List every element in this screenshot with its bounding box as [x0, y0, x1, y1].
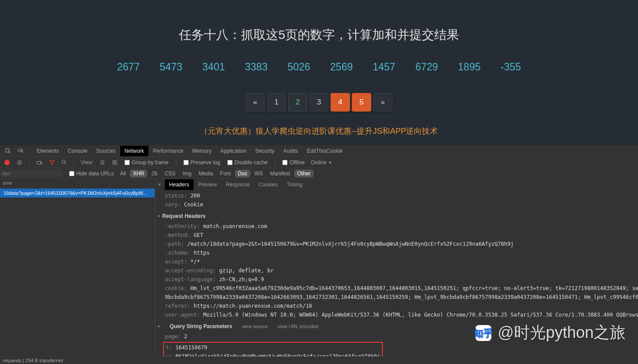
number-item: 5026	[288, 61, 310, 73]
page-3-button[interactable]: 3	[309, 93, 329, 112]
page-2-button[interactable]: 2	[288, 93, 307, 112]
headers-content: status: 200 vary: Cookie Request Headers…	[155, 190, 638, 356]
webpage-content: 任务十八：抓取这5页的数字，计算加和并提交结果 2677 5473 3401 3…	[0, 0, 638, 145]
number-item: 2677	[117, 61, 140, 73]
tab-memory[interactable]: Memory	[188, 146, 216, 156]
device-icon[interactable]	[17, 147, 24, 155]
filter-js[interactable]: JS	[148, 170, 160, 178]
page-prev-button[interactable]: «	[245, 93, 265, 112]
detail-tabbar: × Headers Preview Response Cookies Timin…	[155, 179, 638, 190]
number-item: 3401	[202, 61, 225, 73]
header-line: :path: /match/18data?page=2&t=1645150679…	[160, 240, 638, 248]
filter-manifest[interactable]: Manifest	[267, 170, 293, 178]
filter-all[interactable]: All	[117, 170, 129, 178]
tab-performance[interactable]: Performance	[148, 146, 188, 156]
record-button[interactable]	[4, 160, 10, 165]
svg-rect-14	[115, 163, 117, 164]
request-item[interactable]: 18data?page=2&t=1645150679&v=PK1M2nlvXjr…	[0, 189, 155, 197]
status-bar: requests | 294 B transferred	[0, 356, 638, 364]
task-title: 任务十八：抓取这5页的数字，计算加和并提交结果	[0, 27, 638, 43]
numbers-row: 2677 5473 3401 3383 5026 2569 1457 6729 …	[0, 61, 638, 73]
hide-data-urls-checkbox[interactable]: Hide data URLs	[69, 170, 114, 177]
filter-input[interactable]	[0, 170, 62, 177]
filter-icon[interactable]	[48, 159, 55, 166]
filter-media[interactable]: Media	[195, 170, 216, 178]
list-view-icon[interactable]	[99, 159, 106, 166]
number-item: 6729	[415, 61, 438, 73]
detail-tab-preview[interactable]: Preview	[194, 179, 222, 190]
devtools-panel: Elements Console Sources Network Perform…	[0, 145, 638, 364]
search-icon[interactable]	[61, 159, 68, 166]
header-line: referer: https://match.yuanrenxue.com/ma…	[160, 302, 638, 310]
filter-xhr[interactable]: XHR	[130, 170, 147, 178]
page-1-button[interactable]: 1	[267, 93, 286, 112]
filter-img[interactable]: Img	[179, 170, 195, 178]
promo-link[interactable]: （元宵大优惠）猿人学爬虫逆向进阶课优惠--提升JS和APP逆向技术	[0, 126, 638, 136]
query-string-section[interactable]: Query String Parameters view source view…	[158, 322, 638, 331]
tab-security[interactable]: Security	[251, 146, 279, 156]
request-detail-pane: × Headers Preview Response Cookies Timin…	[155, 179, 638, 356]
header-line: :method: GET	[160, 231, 638, 240]
page-4-button[interactable]: 4	[331, 93, 350, 112]
separator	[74, 159, 74, 166]
close-icon[interactable]: ×	[158, 181, 161, 188]
svg-rect-5	[37, 161, 41, 164]
filter-font[interactable]: Font	[217, 170, 234, 178]
header-line: accept-language: zh-CN,zh;q=0.9	[160, 275, 638, 284]
number-item: 1457	[373, 61, 395, 73]
number-item: 2569	[330, 61, 353, 73]
separator	[176, 159, 176, 166]
svg-line-7	[65, 163, 66, 164]
grid-view-icon[interactable]	[111, 159, 118, 166]
filter-doc[interactable]: Doc	[235, 170, 250, 178]
request-list-header: ame	[0, 179, 155, 189]
group-by-frame-checkbox[interactable]: Group by frame	[124, 159, 168, 166]
tab-console[interactable]: Console	[63, 146, 92, 156]
filter-ws[interactable]: WS	[251, 170, 266, 178]
tab-editthiscookie[interactable]: EditThisCookie	[303, 146, 347, 156]
header-line: cookie: Hm_lvt_c99546cf032aaa5a679230de9…	[160, 284, 638, 293]
separator	[29, 159, 30, 166]
header-line: accept: */*	[160, 257, 638, 266]
offline-checkbox[interactable]: Offline	[282, 159, 304, 166]
filter-other[interactable]: Other	[294, 170, 314, 178]
network-toolbar: View: Group by frame Preserve log Disabl…	[0, 157, 638, 168]
tab-sources[interactable]: Sources	[92, 146, 120, 156]
detail-tab-headers[interactable]: Headers	[165, 179, 194, 190]
header-line: user-agent: Mozilla/5.0 (Windows NT 10.0…	[160, 310, 638, 319]
svg-rect-13	[113, 163, 115, 164]
number-item: 5473	[160, 61, 182, 73]
detail-tab-response[interactable]: Response	[222, 179, 254, 190]
tab-elements[interactable]: Elements	[32, 146, 63, 156]
request-headers-section[interactable]: Request Headers	[158, 212, 638, 221]
disable-cache-checkbox[interactable]: Disable cache	[227, 159, 268, 166]
tab-application[interactable]: Application	[216, 146, 251, 156]
request-list: ame 18data?page=2&t=1645150679&v=PK1M2nl…	[0, 179, 155, 356]
separator	[29, 147, 30, 155]
inspect-icon[interactable]	[4, 147, 12, 155]
header-line: :scheme: https	[160, 248, 638, 257]
view-url-encoded-link[interactable]: view URL encoded	[277, 322, 318, 331]
svg-rect-12	[115, 160, 117, 162]
clear-icon[interactable]	[16, 159, 23, 166]
tab-network[interactable]: Network	[120, 146, 148, 156]
filter-row: Hide data URLs All XHR JS CSS Img Media …	[0, 168, 638, 179]
camera-icon[interactable]	[36, 159, 43, 166]
number-item: -355	[501, 61, 521, 73]
number-item: 3383	[245, 61, 268, 73]
detail-tab-timing[interactable]: Timing	[282, 179, 307, 190]
page-next-button[interactable]: »	[373, 93, 393, 112]
view-source-link[interactable]: view source	[242, 322, 268, 331]
svg-rect-2	[22, 150, 23, 152]
throttling-dropdown[interactable]: Online▼	[311, 159, 333, 166]
tab-audits[interactable]: Audits	[279, 146, 302, 156]
preserve-log-checkbox[interactable]: Preserve log	[183, 159, 220, 166]
devtools-tabbar: Elements Console Sources Network Perform…	[0, 145, 638, 157]
highlighted-params: t: 1645150679 v: PK1M2nlvXjrrk5j4Fo0cyBp…	[163, 342, 383, 356]
header-line: accept-encoding: gzip, deflate, br	[160, 266, 638, 275]
separator	[275, 159, 275, 166]
filter-css[interactable]: CSS	[161, 170, 179, 178]
detail-tab-cookies[interactable]: Cookies	[254, 179, 282, 190]
view-label: View:	[81, 159, 93, 166]
page-5-button[interactable]: 5	[352, 93, 371, 112]
